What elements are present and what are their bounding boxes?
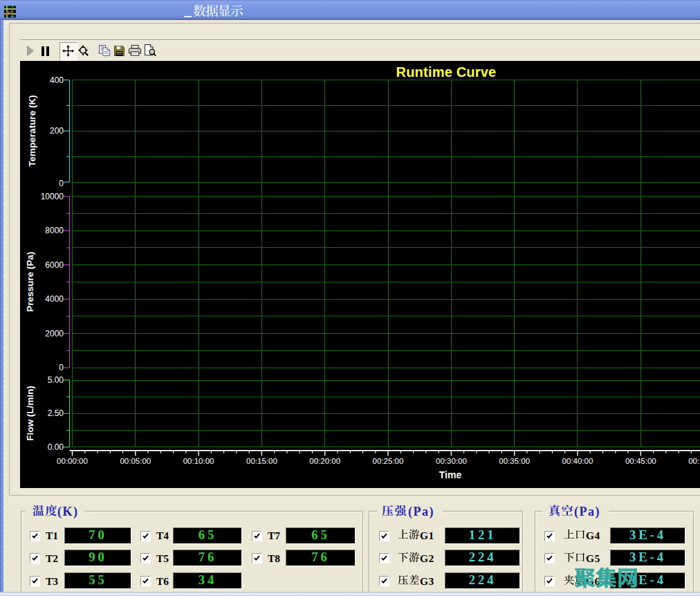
svg-text:00:20:00: 00:20:00 (309, 457, 340, 465)
svg-text:Pressure (Pa): Pressure (Pa) (25, 251, 35, 311)
svg-text:0: 0 (59, 363, 64, 372)
svg-text:5.00: 5.00 (48, 375, 64, 385)
svg-text:Flow (L/min): Flow (L/min) (25, 386, 35, 440)
svg-text:00:25:00: 00:25:00 (373, 457, 404, 465)
svg-text:4000: 4000 (45, 294, 64, 304)
svg-text:00:50:00: 00:50:00 (688, 457, 700, 465)
svg-text:00:10:00: 00:10:00 (183, 457, 214, 465)
svg-text:00:00:00: 00:00:00 (57, 457, 88, 465)
svg-text:00:30:00: 00:30:00 (436, 457, 467, 465)
svg-text:Temperature (K): Temperature (K) (27, 95, 37, 166)
svg-text:6000: 6000 (45, 260, 64, 270)
svg-text:8000: 8000 (45, 226, 64, 235)
svg-text:400: 400 (50, 75, 64, 85)
svg-text:00:15:00: 00:15:00 (246, 457, 277, 465)
svg-text:2.50: 2.50 (48, 408, 64, 418)
svg-text:0: 0 (59, 179, 64, 188)
svg-text:200: 200 (50, 126, 64, 136)
svg-text:Time: Time (439, 469, 462, 480)
svg-text:Runtime Curve: Runtime Curve (396, 64, 497, 80)
svg-text:00:05:00: 00:05:00 (120, 457, 151, 465)
svg-text:0.00: 0.00 (48, 442, 64, 452)
svg-text:00:45:00: 00:45:00 (625, 457, 656, 465)
svg-text:2000: 2000 (45, 329, 64, 338)
svg-text:00:35:00: 00:35:00 (499, 457, 530, 465)
svg-text:00:40:00: 00:40:00 (562, 457, 593, 465)
svg-text:10000: 10000 (41, 192, 64, 201)
